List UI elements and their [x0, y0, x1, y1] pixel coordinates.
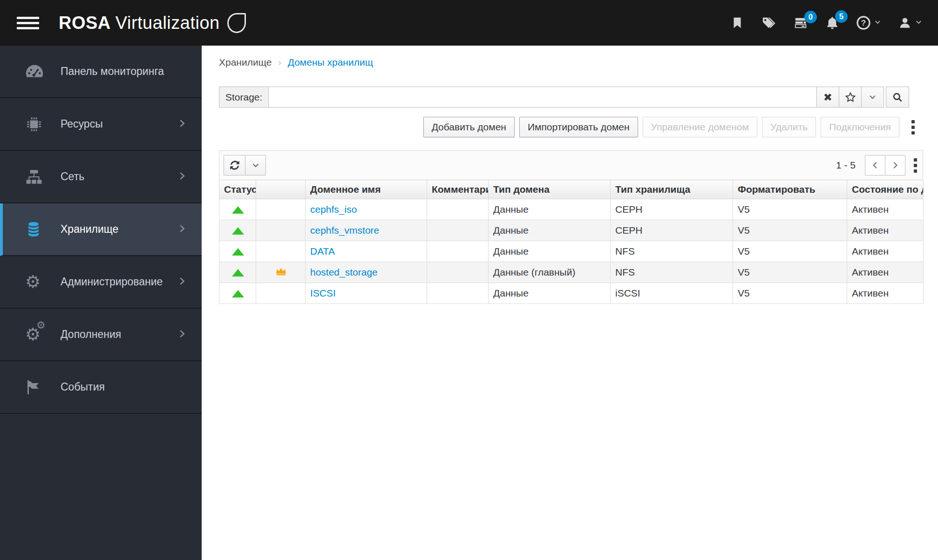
bookmark-icon[interactable] — [730, 16, 744, 30]
network-icon — [25, 168, 48, 186]
user-menu[interactable] — [898, 16, 922, 30]
import-domain-button[interactable]: Импортировать домен — [519, 117, 638, 137]
events-flag-icon — [25, 379, 48, 396]
prev-page-button[interactable] — [865, 155, 885, 175]
sidebar-item-addons[interactable]: ⚙⚙ Дополнения — [0, 309, 202, 361]
brand-primary: ROSA — [59, 13, 111, 33]
sidebar-item-label: Хранилище — [61, 223, 118, 236]
help-menu[interactable]: ? — [856, 15, 881, 30]
cross-dc-status-cell: Активен — [847, 220, 924, 241]
master-cell — [256, 262, 306, 283]
comment-cell — [427, 241, 489, 262]
search-input[interactable] — [269, 87, 817, 108]
master-cell — [256, 220, 306, 241]
master-cell — [256, 241, 306, 262]
column-header-domain-type[interactable]: Тип домена — [489, 180, 611, 199]
comment-cell — [427, 199, 489, 220]
sidebar-item-network[interactable]: Сеть — [0, 151, 202, 203]
domain-link[interactable]: hosted_storage — [310, 267, 378, 277]
format-cell: V5 — [733, 283, 847, 304]
domain-link[interactable]: ISCSI — [310, 288, 336, 298]
clear-search-button[interactable]: ✖ — [817, 87, 839, 108]
column-header-comment[interactable]: Комментарий — [427, 180, 489, 199]
refresh-button[interactable] — [224, 155, 245, 175]
chevron-down-icon — [915, 19, 922, 27]
sidebar-item-label: Администрирование — [61, 276, 163, 288]
table-row[interactable]: ISCSI Данные iSCSI V5 Активен — [219, 283, 924, 304]
more-actions-kebab-icon[interactable] — [911, 119, 915, 135]
breadcrumb-storage[interactable]: Хранилище — [219, 57, 272, 68]
chevron-right-icon — [177, 119, 187, 130]
column-header-master[interactable] — [256, 180, 306, 199]
domain-name-cell: hosted_storage — [306, 262, 427, 283]
status-up-icon — [232, 227, 244, 235]
domain-name-cell: cephfs_vmstore — [306, 220, 427, 241]
domain-type-cell: Данные — [489, 241, 611, 262]
sidebar-item-dashboard[interactable]: Панель мониторинга — [0, 46, 202, 98]
tags-icon[interactable] — [761, 16, 777, 30]
grid-options-kebab-icon[interactable] — [914, 157, 917, 174]
column-header-domain-name[interactable]: Доменное имя — [306, 180, 427, 199]
column-header-storage-type[interactable]: Тип хранилища — [611, 180, 733, 199]
domain-type-cell: Данные — [489, 283, 611, 304]
tasks-icon[interactable]: 0 — [794, 16, 809, 30]
add-domain-button[interactable]: Добавить домен — [423, 117, 515, 137]
master-crown-icon — [275, 267, 287, 276]
sidebar-item-label: Сеть — [61, 170, 84, 183]
chevron-right-icon — [177, 224, 187, 235]
sidebar-item-administration[interactable]: ⚙ Администрирование — [0, 256, 202, 309]
storage-type-cell: NFS — [611, 262, 733, 283]
sidebar-nav: Панель мониторинга Ресурсы — [0, 46, 202, 560]
cross-dc-status-cell: Активен — [847, 283, 924, 304]
tasks-count-badge: 0 — [804, 11, 817, 23]
domain-link[interactable]: cephfs_iso — [310, 204, 357, 215]
addons-icon: ⚙⚙ — [25, 326, 48, 343]
cross-dc-status-cell: Активен — [847, 262, 924, 283]
format-cell: V5 — [733, 262, 847, 283]
sidebar-item-compute[interactable]: Ресурсы — [0, 98, 202, 151]
search-dropdown-button[interactable] — [862, 87, 884, 108]
cross-dc-status-cell: Активен — [847, 241, 924, 262]
table-row[interactable]: DATA Данные NFS V5 Активен — [219, 241, 924, 262]
sidebar-item-label: Ресурсы — [61, 118, 103, 130]
status-up-icon — [232, 248, 244, 256]
main-content: Хранилище › Домены хранилищ Storage: ✖ Д… — [202, 46, 938, 560]
manage-domain-button[interactable]: Управление доменом — [643, 117, 757, 137]
column-header-cross-dc-status[interactable]: Состояние по д — [847, 180, 924, 199]
storage-domains-table: Статус Доменное имя Комментарий Тип доме… — [219, 180, 924, 304]
sidebar-item-label: Дополнения — [61, 328, 121, 341]
next-page-button[interactable] — [885, 155, 905, 175]
sidebar-item-events[interactable]: События — [0, 361, 202, 414]
domain-link[interactable]: cephfs_vmstore — [310, 225, 379, 236]
brand-logo-text: ROSA Virtualization — [59, 13, 246, 33]
refresh-rate-dropdown-button[interactable] — [245, 155, 266, 175]
status-cell — [219, 283, 256, 304]
comment-cell — [427, 220, 489, 241]
notifications-bell-icon[interactable]: 5 — [825, 15, 839, 30]
bookmark-search-star-button[interactable] — [839, 87, 862, 108]
remove-button[interactable]: Удалить — [762, 117, 816, 137]
sidebar-item-storage[interactable]: Хранилище — [0, 203, 202, 256]
format-cell: V5 — [733, 199, 847, 220]
format-cell: V5 — [733, 241, 847, 262]
chevron-down-icon — [874, 19, 881, 27]
alerts-count-badge: 5 — [835, 10, 848, 23]
chevron-right-icon — [177, 329, 187, 340]
breadcrumb: Хранилище › Домены хранилищ — [219, 56, 923, 69]
search-button[interactable] — [886, 87, 909, 108]
table-row[interactable]: hosted_storage Данные (главный) NFS V5 А… — [219, 262, 924, 283]
cross-dc-status-cell: Активен — [847, 199, 924, 220]
rosa-logo-icon — [227, 13, 246, 33]
connections-button[interactable]: Подключения — [821, 117, 899, 137]
format-cell: V5 — [733, 220, 847, 241]
domain-type-cell: Данные (главный) — [489, 262, 611, 283]
column-header-status[interactable]: Статус — [219, 180, 256, 199]
table-row[interactable]: cephfs_iso Данные CEPH V5 Активен — [219, 199, 924, 220]
master-cell — [256, 283, 306, 304]
table-row[interactable]: cephfs_vmstore Данные CEPH V5 Активен — [219, 220, 924, 241]
action-button-row: Добавить домен Импортировать домен Управ… — [219, 117, 915, 137]
domain-link[interactable]: DATA — [310, 246, 335, 256]
hamburger-menu-icon[interactable] — [17, 14, 40, 32]
breadcrumb-storage-domains[interactable]: Домены хранилищ — [288, 57, 373, 68]
column-header-format[interactable]: Форматировать — [733, 180, 847, 199]
